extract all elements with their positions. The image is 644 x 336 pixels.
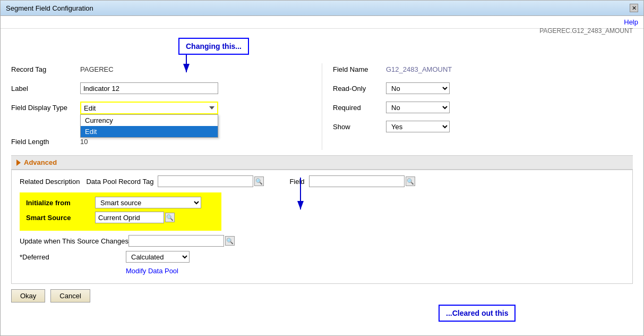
update-when-label: Update when This Source Changes (20, 237, 128, 245)
record-tag-value: PAGEREC (80, 63, 114, 73)
cancel-button[interactable]: Cancel (50, 289, 90, 303)
record-tag-label: Record Tag (11, 63, 80, 73)
label-input[interactable] (80, 82, 218, 94)
field-name-label: Field Name (333, 63, 386, 73)
data-pool-row: Related Description Data Pool Record Tag… (20, 175, 624, 187)
required-row: Required No Yes (333, 102, 633, 116)
field-display-type-label: Field Display Type (11, 102, 80, 112)
initialize-from-select[interactable]: Smart source Other (95, 197, 201, 208)
field-search-icon[interactable]: 🔍 (406, 177, 415, 186)
dropdown-menu: Currency Edit (80, 114, 218, 138)
label-field-label: Label (11, 82, 80, 93)
advanced-content: Related Description Data Pool Record Tag… (11, 170, 633, 284)
read-only-row: Read-Only No Yes (333, 82, 633, 97)
deferred-select[interactable]: Calculated Always Never (126, 251, 190, 263)
show-row: Show Yes No (333, 121, 633, 136)
update-when-search-icon[interactable]: 🔍 (225, 236, 235, 246)
okay-button[interactable]: Okay (11, 289, 45, 303)
field-full-name: PAGEREC.G12_2483_AMOUNT (539, 27, 633, 35)
chevron-down-icon (209, 106, 214, 110)
read-only-select[interactable]: No Yes (386, 82, 450, 94)
field-name-value: G12_2483_AMOUNT (386, 63, 452, 73)
initialize-from-row: Initialize from Smart source Other (26, 197, 215, 208)
smart-source-label: Smart Source (26, 214, 95, 222)
deferred-label: *Deferred (20, 253, 126, 261)
field-display-type-row: Field Display Type Edit Currency Edit (11, 102, 311, 116)
field-input-container: 🔍 (309, 175, 415, 187)
field-length-label: Field Length (11, 136, 80, 146)
read-only-label: Read-Only (333, 82, 386, 93)
main-window: Segment Field Configuration ✕ Help PAGER… (0, 0, 644, 336)
dropdown-current-value: Edit (84, 104, 96, 112)
update-when-input-container: 🔍 (128, 235, 235, 247)
show-select[interactable]: Yes No (386, 121, 450, 132)
yellow-section: Initialize from Smart source Other Smart… (20, 192, 221, 231)
annotation-box-cleared: ...Cleared out this (439, 305, 516, 322)
help-link[interactable]: Help (624, 18, 638, 26)
field-name-row: Field Name G12_2483_AMOUNT (333, 63, 633, 78)
label-row: Label (11, 82, 311, 97)
smart-source-input[interactable] (95, 212, 164, 223)
title-bar: Segment Field Configuration ✕ (1, 1, 643, 16)
triangle-icon (16, 159, 21, 166)
data-pool-search-icon[interactable]: 🔍 (254, 177, 264, 186)
field-input[interactable] (309, 175, 405, 187)
field-display-type-dropdown[interactable]: Edit Currency Edit (80, 102, 218, 114)
advanced-header[interactable]: Advanced (11, 155, 633, 170)
window-title: Segment Field Configuration (6, 4, 93, 12)
main-content: Record Tag PAGEREC Label Field Display T… (1, 29, 643, 313)
advanced-label: Advanced (24, 158, 57, 166)
dropdown-option-currency[interactable]: Currency (81, 115, 218, 126)
required-label: Required (333, 102, 386, 112)
smart-source-search-icon[interactable]: 🔍 (165, 213, 175, 222)
dropdown-option-edit[interactable]: Edit (81, 126, 218, 137)
form-section: Record Tag PAGEREC Label Field Display T… (11, 63, 633, 150)
deferred-row: *Deferred Calculated Always Never (20, 251, 624, 263)
annotation-box-changing: Changing this... (178, 38, 249, 55)
right-column: Field Name G12_2483_AMOUNT Read-Only No … (322, 63, 633, 150)
modify-data-pool-link[interactable]: Modify Data Pool (126, 267, 178, 275)
show-label: Show (333, 121, 386, 131)
data-pool-input[interactable] (158, 175, 253, 187)
dropdown-trigger[interactable]: Edit (80, 102, 218, 114)
required-select[interactable]: No Yes (386, 102, 450, 113)
close-button[interactable]: ✕ (630, 4, 638, 12)
data-pool-record-tag-label: Data Pool Record Tag (86, 178, 153, 186)
record-tag-row: Record Tag PAGEREC (11, 63, 311, 78)
annotation-arrow-cleared (285, 175, 316, 217)
smart-source-row: Smart Source 🔍 (26, 212, 215, 223)
related-desc-label: Related Description (20, 178, 80, 186)
modify-data-pool-container: Modify Data Pool (126, 267, 624, 275)
update-when-row: Update when This Source Changes 🔍 (20, 235, 624, 247)
update-when-input[interactable] (128, 235, 224, 247)
data-pool-input-container: 🔍 (158, 175, 264, 187)
initialize-from-label: Initialize from (26, 199, 95, 207)
button-row: Okay Cancel (11, 284, 633, 308)
